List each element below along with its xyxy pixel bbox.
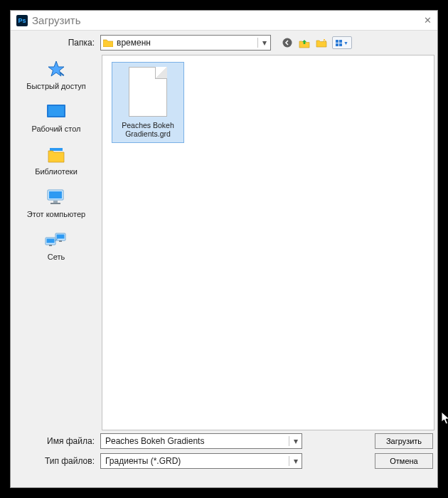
file-list-area[interactable]: Peaches Bokeh Gradients.grd <box>102 55 434 430</box>
file-open-dialog: Ps Загрузить ✕ Папка: временн ▾ ▼ <box>10 10 438 488</box>
sidebar-item-quick-access[interactable]: Быстрый доступ <box>11 59 102 90</box>
quick-access-icon <box>43 59 69 79</box>
view-menu-button[interactable]: ▼ <box>332 36 352 49</box>
file-name: Peaches Bokeh Gradients.grd <box>112 120 183 142</box>
svg-rect-6 <box>48 106 64 116</box>
folder-name: временн <box>115 38 257 48</box>
toolbar: ▼ <box>281 36 352 49</box>
folder-dropdown[interactable]: временн ▾ <box>100 35 271 51</box>
svg-point-0 <box>283 38 292 48</box>
svg-rect-15 <box>57 235 65 239</box>
svg-point-3 <box>323 41 324 41</box>
cancel-button[interactable]: Отмена <box>375 453 433 469</box>
svg-point-2 <box>325 41 326 41</box>
places-sidebar: Быстрый доступ Рабочий стол Библиотеки Э… <box>11 55 102 430</box>
sidebar-item-label: Библиотеки <box>35 167 78 176</box>
load-button[interactable]: Загрузить <box>375 433 433 449</box>
up-one-level-button[interactable] <box>298 36 311 49</box>
svg-rect-10 <box>53 201 58 203</box>
filename-value: Peaches Bokeh Gradients <box>101 436 289 446</box>
sidebar-item-desktop[interactable]: Рабочий стол <box>11 102 102 133</box>
svg-rect-7 <box>50 148 63 151</box>
file-item[interactable]: Peaches Bokeh Gradients.grd <box>112 63 183 142</box>
sidebar-item-label: Сеть <box>48 253 65 261</box>
network-icon <box>43 230 69 250</box>
new-folder-button[interactable] <box>315 36 328 49</box>
svg-rect-17 <box>59 240 62 242</box>
computer-icon <box>43 187 69 207</box>
sidebar-item-this-pc[interactable]: Этот компьютер <box>11 187 102 218</box>
libraries-icon <box>43 144 69 164</box>
bottom-panel: Имя файла: Peaches Bokeh Gradients ▾ Заг… <box>11 430 437 479</box>
chevron-down-icon[interactable]: ▾ <box>257 38 270 48</box>
svg-rect-9 <box>49 191 62 198</box>
app-icon: Ps <box>16 15 28 26</box>
close-icon[interactable]: ✕ <box>410 15 432 26</box>
svg-point-1 <box>324 39 325 41</box>
filename-label: Имя файла: <box>15 436 100 446</box>
sidebar-item-label: Этот компьютер <box>27 210 85 218</box>
sidebar-item-libraries[interactable]: Библиотеки <box>11 144 102 176</box>
sidebar-item-label: Рабочий стол <box>31 124 80 133</box>
desktop-icon <box>43 102 69 122</box>
folder-bar: Папка: временн ▾ ▼ <box>11 31 437 55</box>
filetype-combobox[interactable]: Градиенты (*.GRD) ▾ <box>100 453 302 469</box>
svg-rect-11 <box>50 203 60 204</box>
chevron-down-icon[interactable]: ▾ <box>289 436 302 446</box>
filename-combobox[interactable]: Peaches Bokeh Gradients ▾ <box>100 433 302 449</box>
filetype-value: Градиенты (*.GRD) <box>101 456 289 466</box>
window-title: Загрузить <box>32 14 410 26</box>
chevron-down-icon: ▼ <box>343 41 348 46</box>
back-button[interactable] <box>281 36 294 49</box>
svg-rect-13 <box>47 239 55 243</box>
dialog-body: Быстрый доступ Рабочий стол Библиотеки Э… <box>11 55 437 430</box>
sidebar-item-label: Быстрый доступ <box>26 82 86 90</box>
sidebar-item-network[interactable]: Сеть <box>11 230 102 261</box>
cursor-icon <box>441 411 448 425</box>
svg-rect-16 <box>49 245 52 246</box>
folder-label: Папка: <box>15 38 100 48</box>
document-icon <box>129 67 167 117</box>
filetype-label: Тип файлов: <box>15 456 100 466</box>
chevron-down-icon[interactable]: ▾ <box>289 456 302 466</box>
folder-icon <box>101 38 115 47</box>
titlebar[interactable]: Ps Загрузить ✕ <box>11 11 437 31</box>
